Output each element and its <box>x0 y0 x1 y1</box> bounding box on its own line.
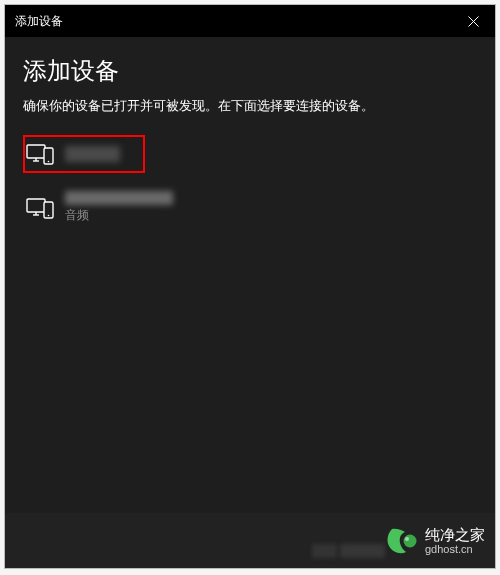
device-subtitle: 音频 <box>65 207 173 224</box>
close-button[interactable] <box>451 5 495 37</box>
device-icon <box>25 194 55 222</box>
dialog-heading: 添加设备 <box>23 55 477 87</box>
device-text: 音频 <box>65 191 173 224</box>
dialog-body: 添加设备 确保你的设备已打开并可被发现。在下面选择要连接的设备。 <box>5 37 495 568</box>
brand-text: 纯净之家 gdhost.cn <box>425 526 485 556</box>
device-text <box>65 146 120 162</box>
svg-rect-7 <box>27 199 45 212</box>
device-list: 音频 <box>23 135 477 228</box>
device-item-1[interactable]: 音频 <box>23 187 477 228</box>
svg-point-11 <box>48 214 50 216</box>
titlebar-title: 添加设备 <box>15 13 63 30</box>
brand-logo-icon <box>383 525 419 557</box>
footer-bar: 纯净之家 gdhost.cn <box>5 513 495 568</box>
svg-rect-2 <box>27 145 45 158</box>
device-name-redacted <box>65 191 173 205</box>
watermark-brand: 纯净之家 gdhost.cn <box>383 525 485 557</box>
svg-point-6 <box>48 161 50 163</box>
device-name-redacted <box>65 146 120 162</box>
dialog-subtitle: 确保你的设备已打开并可被发现。在下面选择要连接的设备。 <box>23 97 477 115</box>
device-icon <box>25 140 55 168</box>
svg-point-12 <box>404 534 417 547</box>
add-device-dialog: 添加设备 添加设备 确保你的设备已打开并可被发现。在下面选择要连接的设备。 <box>4 4 496 569</box>
brand-url: gdhost.cn <box>425 543 485 556</box>
titlebar: 添加设备 <box>5 5 495 37</box>
svg-point-13 <box>405 537 409 541</box>
brand-name: 纯净之家 <box>425 526 485 543</box>
close-icon <box>468 16 479 27</box>
device-item-0[interactable] <box>23 135 145 173</box>
